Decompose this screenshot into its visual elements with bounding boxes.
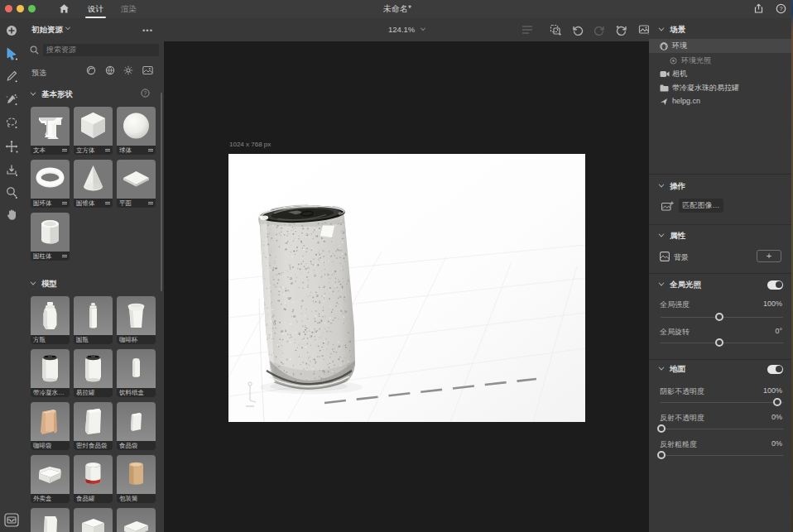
svg-text:?: ? <box>144 90 147 96</box>
svg-text:?: ? <box>779 5 782 12</box>
